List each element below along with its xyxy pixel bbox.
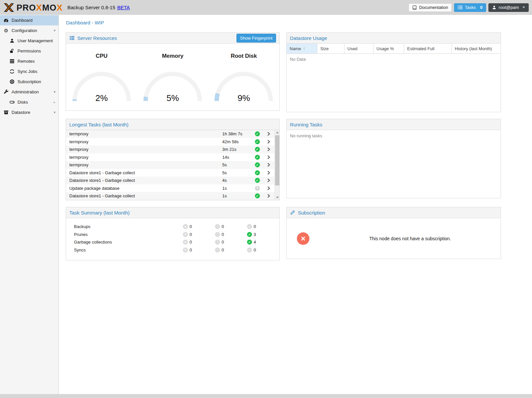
task-row[interactable]: Datastore store1 - Garbage collect4s	[66, 177, 274, 184]
column-header-estimated-full[interactable]: Estimated Full	[404, 44, 452, 53]
column-header-used[interactable]: Used	[344, 44, 373, 53]
sidebar-item-label: Configuration	[12, 28, 37, 33]
open-task-chevron[interactable]	[263, 171, 274, 175]
status-ok-icon	[255, 170, 260, 175]
wrench-icon	[3, 89, 9, 95]
proxmox-logo: PROXMOX	[3, 2, 63, 13]
error-count[interactable]: 0	[183, 224, 215, 229]
column-header-usage-pct[interactable]: Usage %	[373, 44, 404, 53]
error-icon	[183, 240, 188, 245]
ok-icon	[247, 240, 252, 245]
open-task-chevron[interactable]	[263, 140, 274, 144]
status-unknown-icon	[255, 186, 260, 191]
tasks-count-badge: 0	[480, 5, 482, 10]
running-tasks-empty-text: No running tasks	[287, 130, 501, 198]
ok-count[interactable]: 3	[247, 232, 279, 237]
chevron-right-icon[interactable]: ▸	[53, 100, 55, 104]
column-header-history[interactable]: History (last Month)	[452, 44, 501, 53]
task-row[interactable]: termproxy1h 38m 7s	[66, 130, 274, 138]
sidebar-item-sync-jobs[interactable]: Sync Jobs	[0, 66, 58, 77]
error-icon	[183, 224, 188, 229]
task-row[interactable]: Update package database1s	[66, 184, 274, 192]
open-task-chevron[interactable]	[263, 163, 274, 167]
sidebar-item-dashboard[interactable]: Dashboard	[0, 15, 58, 25]
task-row[interactable]: Datastore store1 - Garbage collect1s	[66, 192, 274, 200]
ok-count[interactable]: 0	[247, 248, 279, 252]
warning-count[interactable]: 0	[215, 248, 247, 252]
no-subscription-icon: ×	[287, 232, 320, 245]
documentation-button[interactable]: Documentation	[408, 3, 451, 12]
status-ok-icon	[255, 155, 260, 160]
panel-title: Task Summary (last Month)	[69, 210, 130, 216]
status-ok-icon	[255, 193, 260, 198]
sidebar-item-administration[interactable]: Administration ▾	[0, 87, 58, 97]
open-task-chevron[interactable]	[263, 178, 274, 182]
gauge-label: Memory	[162, 53, 183, 59]
gauge-value: 2%	[70, 93, 133, 103]
sidebar-item-permissions[interactable]: Permissions	[0, 46, 58, 56]
sidebar-item-disks[interactable]: Disks ▸	[0, 97, 58, 107]
error-count[interactable]: 0	[183, 240, 215, 245]
open-task-chevron[interactable]	[263, 186, 274, 190]
chevron-down-icon[interactable]: ▾	[53, 28, 55, 33]
warning-icon	[215, 248, 220, 252]
warning-count[interactable]: 0	[215, 240, 247, 245]
open-task-chevron[interactable]	[263, 155, 274, 159]
ok-icon	[247, 224, 252, 229]
brand-wordmark: PROXMOX	[17, 3, 63, 12]
ticket-icon	[290, 210, 295, 215]
longest-tasks-list: termproxy1h 38m 7s termproxy42m 58s term…	[66, 130, 279, 200]
bottom-strip	[0, 394, 532, 398]
warning-icon	[215, 224, 220, 229]
documentation-label: Documentation	[419, 5, 448, 10]
gauge-root-disk: Root Disk 9%	[208, 53, 279, 111]
show-fingerprint-button[interactable]: Show Fingerprint	[236, 34, 276, 43]
task-summary-table: Backups 0 0 0 Prunes 0 0 3 Garbage colle…	[66, 218, 279, 260]
column-header-name[interactable]: Name↑	[287, 44, 317, 53]
sidebar-item-configuration[interactable]: ⚙ Configuration ▾	[0, 25, 58, 36]
scrollbar-thumb[interactable]	[275, 135, 279, 185]
column-header-size[interactable]: Size	[317, 44, 344, 53]
summary-row-prunes: Prunes 0 0 3	[74, 231, 279, 239]
sidebar-item-subscription[interactable]: Subscription	[0, 77, 58, 87]
unlock-icon	[9, 49, 15, 54]
gauge-label: Root Disk	[231, 53, 257, 59]
error-count[interactable]: 0	[183, 248, 215, 252]
error-icon	[183, 248, 188, 252]
datastore-empty-text: No Data	[287, 54, 501, 112]
task-row[interactable]: termproxy5s	[66, 161, 274, 169]
error-count[interactable]: 0	[183, 232, 215, 237]
warning-count[interactable]: 0	[215, 232, 247, 237]
sidebar-item-user-management[interactable]: User Management	[0, 36, 58, 46]
scroll-down-arrow[interactable]	[275, 195, 279, 200]
gauge-label: CPU	[96, 53, 108, 59]
chevron-down-icon[interactable]: ▾	[53, 110, 55, 115]
task-row[interactable]: termproxy42m 58s	[66, 138, 274, 146]
beta-link[interactable]: BETA	[117, 5, 130, 10]
task-row[interactable]: Datastore store1 - Garbage collect5s	[66, 169, 274, 177]
user-menu-button[interactable]: root@pam	[488, 3, 529, 12]
open-task-chevron[interactable]	[263, 147, 274, 151]
tasks-button[interactable]: Tasks 0	[454, 3, 486, 12]
user-icon	[492, 5, 496, 10]
ok-icon	[247, 248, 252, 252]
task-list-icon	[458, 5, 463, 10]
open-task-chevron[interactable]	[263, 194, 274, 198]
task-row[interactable]: termproxy3m 21s	[66, 146, 274, 153]
warning-count[interactable]: 0	[215, 224, 247, 229]
summary-row-garbage-collections: Garbage collections 0 0 4	[74, 238, 279, 246]
status-ok-icon	[255, 162, 260, 167]
sidebar-item-datastore[interactable]: Datastore ▾	[0, 107, 58, 117]
ok-count[interactable]: 0	[247, 224, 279, 229]
chevron-down-icon[interactable]: ▾	[53, 90, 55, 94]
main-content: Dashboard - WIP Server Resources Show Fi…	[59, 15, 532, 394]
task-row[interactable]: termproxy14s	[66, 153, 274, 161]
sidebar-item-remotes[interactable]: Remotes	[0, 56, 58, 66]
open-task-chevron[interactable]	[263, 132, 274, 136]
server-resources-panel: Server Resources Show Fingerprint CPU 2%…	[66, 32, 280, 111]
ok-count[interactable]: 4	[247, 240, 279, 245]
gauge-value: 5%	[141, 93, 204, 103]
vertical-scrollbar[interactable]	[274, 130, 279, 200]
scroll-up-arrow[interactable]	[275, 130, 279, 135]
warning-icon	[215, 232, 220, 237]
